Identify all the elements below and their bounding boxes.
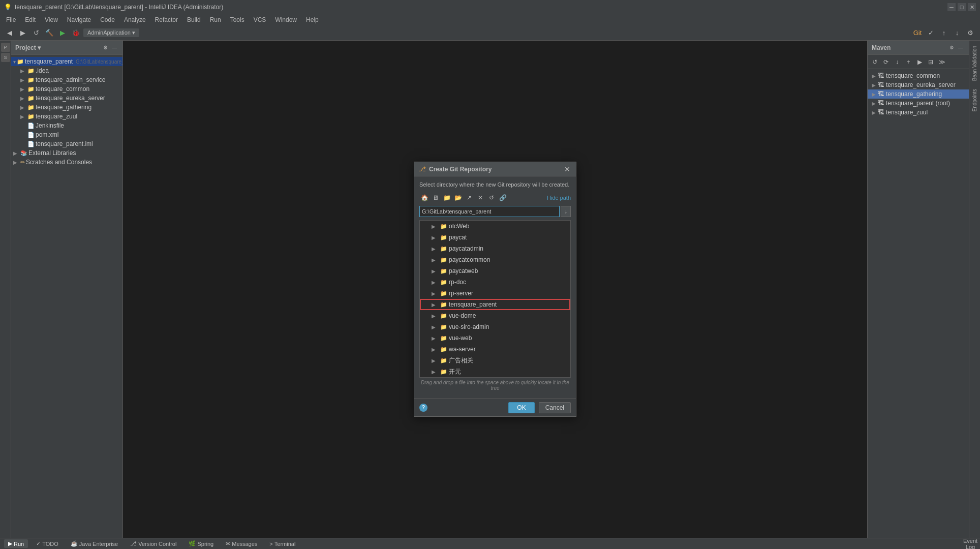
- toolbar-debug-btn[interactable]: 🐞: [70, 27, 81, 39]
- menu-tools[interactable]: Tools: [226, 15, 249, 24]
- toolbar-forward-btn[interactable]: ▶: [17, 27, 28, 39]
- toolbar-vcs-btn[interactable]: ✓: [925, 27, 936, 39]
- toolbar-build-btn[interactable]: 🔨: [44, 27, 55, 39]
- tab-run[interactable]: ▶ Run: [4, 539, 28, 548]
- cancel-button[interactable]: Cancel: [539, 402, 571, 413]
- tree-scratches[interactable]: ▶ ✏ Scratches and Consoles: [11, 158, 122, 167]
- ft-rp-doc[interactable]: ▶ 📁 rp-doc: [420, 277, 570, 288]
- tree-gathering[interactable]: ▶ 📁 tensquare_gathering: [11, 103, 122, 112]
- project-collapse-btn[interactable]: —: [110, 44, 118, 52]
- toolbar-git-btn[interactable]: Git: [912, 27, 923, 39]
- minimize-button[interactable]: ─: [947, 3, 956, 11]
- dialog-link-btn[interactable]: 🔗: [498, 193, 508, 203]
- maven-settings-btn[interactable]: ⚙: [947, 44, 956, 52]
- ok-button[interactable]: OK: [508, 402, 534, 413]
- project-settings-btn[interactable]: ⚙: [101, 44, 109, 52]
- ft-paycatcommon[interactable]: ▶ 📁 paycatcommon: [420, 254, 570, 265]
- tab-messages[interactable]: ✉ Messages: [222, 539, 261, 548]
- toolbar-push-btn[interactable]: ↑: [938, 27, 950, 39]
- tree-jenkinsfile[interactable]: 📄 Jenkinsfile: [11, 121, 122, 130]
- ft-paycat[interactable]: ▶ 📁 paycat: [420, 232, 570, 243]
- dialog-new-folder-btn[interactable]: 📂: [453, 193, 463, 203]
- menu-window[interactable]: Window: [271, 15, 301, 24]
- path-input[interactable]: [419, 206, 560, 217]
- tree-iml[interactable]: 📄 tensquare_parent.iml: [11, 139, 122, 148]
- tab-spring[interactable]: 🌿 Spring: [185, 539, 218, 548]
- tab-version-control[interactable]: ⎇ Version Control: [126, 539, 180, 548]
- maximize-button[interactable]: □: [958, 3, 966, 11]
- close-button[interactable]: ✕: [968, 3, 976, 11]
- menu-analyze[interactable]: Analyze: [120, 15, 150, 24]
- path-browse-btn[interactable]: ↓: [561, 206, 571, 217]
- drag-hint: Drag and drop a file into the space abov…: [419, 378, 571, 393]
- maven-reload-btn[interactable]: ⟳: [881, 57, 891, 67]
- tab-java-enterprise[interactable]: ☕ Java Enterprise: [67, 539, 122, 548]
- tree-admin-service[interactable]: ▶ 📁 tensquare_admin_service: [11, 75, 122, 84]
- tree-pom[interactable]: 📄 pom.xml: [11, 130, 122, 139]
- maven-item-eureka[interactable]: ▶ 🏗 tensquare_eureka_server: [868, 80, 969, 89]
- hide-path-link[interactable]: Hide path: [547, 195, 571, 201]
- menu-view[interactable]: View: [41, 15, 62, 24]
- maven-more-btn[interactable]: ≫: [937, 57, 947, 67]
- toolbar-refresh-btn[interactable]: ↺: [30, 27, 42, 39]
- sidebar-project-icon[interactable]: P: [1, 43, 10, 52]
- ft-vue-siro-admin[interactable]: ▶ 📁 vue-siro-admin: [420, 321, 570, 332]
- menu-refactor[interactable]: Refactor: [151, 15, 182, 24]
- tree-root[interactable]: ▾ 📁 tensquare_parent G:\GitLab\tensquare…: [11, 57, 122, 66]
- toolbar-pull-btn[interactable]: ↓: [952, 27, 963, 39]
- ft-rp-server[interactable]: ▶ 📁 rp-server: [420, 288, 570, 299]
- menu-file[interactable]: File: [2, 15, 20, 24]
- dialog-expand-btn[interactable]: ↗: [464, 193, 474, 203]
- maven-collapse-btn[interactable]: ⊟: [926, 57, 936, 67]
- bean-validation-tab[interactable]: Bean Validation: [971, 43, 978, 84]
- tree-idea[interactable]: ▶ 📁 .idea: [11, 66, 122, 75]
- tree-eureka[interactable]: ▶ 📁 tensquare_eureka_server: [11, 94, 122, 103]
- menu-navigate[interactable]: Navigate: [63, 15, 95, 24]
- tree-zuul[interactable]: ▶ 📁 tensquare_zuul: [11, 112, 122, 121]
- dialog-refresh-btn[interactable]: ↺: [486, 193, 497, 203]
- ft-wa-server[interactable]: ▶ 📁 wa-server: [420, 344, 570, 355]
- run-config-selector[interactable]: AdminApplication ▾: [83, 28, 139, 37]
- sidebar-structure-icon[interactable]: S: [1, 53, 10, 62]
- dialog-overlay: ⎇ Create Git Repository ✕ Select directo…: [123, 41, 867, 538]
- ft-paycatweb[interactable]: ▶ 📁 paycatweb: [420, 265, 570, 277]
- help-icon[interactable]: ?: [419, 404, 427, 412]
- dialog-home-btn[interactable]: 🏠: [419, 193, 430, 203]
- dialog-folder-btn[interactable]: 📁: [442, 193, 452, 203]
- file-tree-container[interactable]: ▶ 📁 otcWeb ▶ 📁 paycat ▶: [419, 220, 571, 378]
- toolbar-back-btn[interactable]: ◀: [4, 27, 15, 39]
- menu-vcs[interactable]: VCS: [250, 15, 270, 24]
- maven-item-gathering[interactable]: ▶ 🏗 tensquare_gathering: [868, 89, 969, 99]
- menu-help[interactable]: Help: [302, 15, 323, 24]
- tree-common[interactable]: ▶ 📁 tensquare_common: [11, 84, 122, 94]
- toolbar-settings-btn[interactable]: ⚙: [965, 27, 976, 39]
- ft-paycatadmin[interactable]: ▶ 📁 paycatadmin: [420, 243, 570, 254]
- maven-refresh-btn[interactable]: ↺: [870, 57, 880, 67]
- toolbar-run-btn[interactable]: ▶: [57, 27, 68, 39]
- maven-download-btn[interactable]: ↓: [892, 57, 902, 67]
- tree-external-libs[interactable]: ▶ 📚 External Libraries: [11, 148, 122, 158]
- tab-todo[interactable]: ✓ TODO: [32, 539, 63, 548]
- ft-guanggao[interactable]: ▶ 📁 广告相关: [420, 355, 570, 366]
- ft-vue-web[interactable]: ▶ 📁 vue-web: [420, 332, 570, 344]
- dialog-close-button[interactable]: ✕: [563, 165, 572, 174]
- event-log-btn[interactable]: Event Log: [965, 538, 976, 550]
- dialog-desktop-btn[interactable]: 🖥: [431, 193, 441, 203]
- endpoints-tab[interactable]: Endpoints: [971, 86, 978, 114]
- ft-vue-dome[interactable]: ▶ 📁 vue-dome: [420, 310, 570, 321]
- maven-item-zuul[interactable]: ▶ 🏗 tensquare_zuul: [868, 108, 969, 117]
- menu-edit[interactable]: Edit: [21, 15, 40, 24]
- ft-kaiyuan[interactable]: ▶ 📁 开元: [420, 366, 570, 377]
- maven-add-btn[interactable]: +: [903, 57, 913, 67]
- ft-otcweb[interactable]: ▶ 📁 otcWeb: [420, 221, 570, 232]
- ft-tensquare-parent[interactable]: ▶ 📁 tensquare_parent: [420, 299, 570, 310]
- dialog-delete-btn[interactable]: ✕: [475, 193, 485, 203]
- menu-build[interactable]: Build: [183, 15, 205, 24]
- maven-run-btn[interactable]: ▶: [914, 57, 925, 67]
- menu-code[interactable]: Code: [96, 15, 119, 24]
- maven-minimize-btn[interactable]: —: [957, 44, 965, 52]
- tab-terminal[interactable]: > Terminal: [265, 540, 299, 548]
- maven-item-parent[interactable]: ▶ 🏗 tensquare_parent (root): [868, 99, 969, 108]
- menu-run[interactable]: Run: [206, 15, 225, 24]
- maven-item-common[interactable]: ▶ 🏗 tensquare_common: [868, 71, 969, 80]
